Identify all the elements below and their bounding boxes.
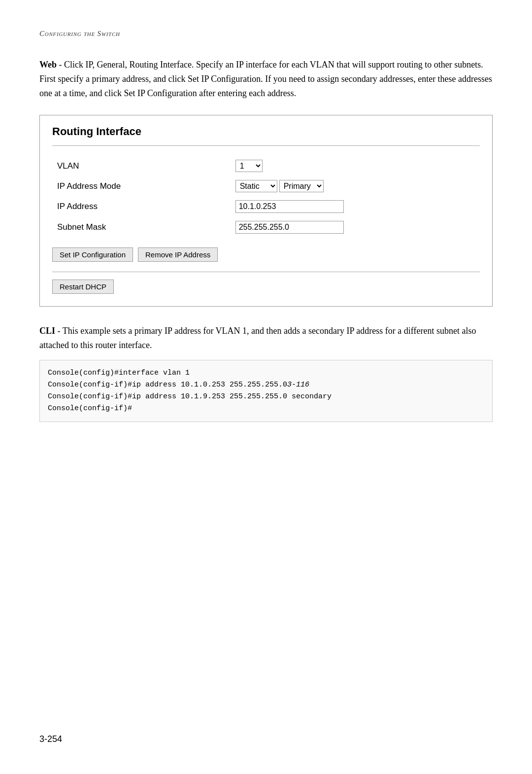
subnet-mask-cell [231,217,480,238]
routing-interface-box: Routing Interface VLAN 1 2 3 4 IP Addres… [39,115,493,307]
form-table: VLAN 1 2 3 4 IP Address Mode Static DHCP… [52,156,480,238]
code-block: Console(config)#interface vlan 1 Console… [39,360,493,422]
ip-address-mode-label: IP Address Mode [52,176,231,196]
subnet-mask-input[interactable] [235,221,344,234]
code-line-1: Console(config)#interface vlan 1 [48,367,484,379]
ip-address-mode-row: IP Address Mode Static DHCP Bootp Primar… [52,176,480,196]
page-number: 3-254 [39,734,62,744]
page-header: Configuring the Switch [39,30,493,38]
code-italic: 3-116 [287,381,309,389]
ip-address-mode-cell: Static DHCP Bootp Primary Secondary [231,176,480,196]
restart-row: Restart DHCP [52,280,480,294]
ip-address-input[interactable] [235,200,344,213]
routing-interface-title: Routing Interface [52,125,480,138]
vlan-cell: 1 2 3 4 [231,156,480,176]
mode-select-wrapper: Static DHCP Bootp Primary Secondary [235,180,324,192]
header-title: Configuring the Switch [39,30,120,37]
ip-address-cell [231,196,480,217]
divider-middle [52,272,480,272]
intro-label: Web [39,60,57,70]
cli-label: CLI [39,326,55,336]
cli-paragraph: CLI - This example sets a primary IP add… [39,324,493,352]
type-select[interactable]: Primary Secondary [279,180,324,192]
ip-address-label: IP Address [52,196,231,217]
vlan-label: VLAN [52,156,231,176]
vlan-select[interactable]: 1 2 3 4 [235,160,263,172]
vlan-row: VLAN 1 2 3 4 [52,156,480,176]
cli-text: - This example sets a primary IP address… [39,326,476,350]
restart-dhcp-button[interactable]: Restart DHCP [52,280,114,294]
intro-text: - Click IP, General, Routing Interface. … [39,60,492,98]
code-line-4: Console(config-if)# [48,403,484,415]
mode-select[interactable]: Static DHCP Bootp [235,180,277,192]
code-line-3: Console(config-if)#ip address 10.1.9.253… [48,391,484,403]
code-line-2: Console(config-if)#ip address 10.1.0.253… [48,379,484,391]
subnet-mask-label: Subnet Mask [52,217,231,238]
intro-paragraph: Web - Click IP, General, Routing Interfa… [39,58,493,100]
subnet-mask-row: Subnet Mask [52,217,480,238]
divider-top [52,145,480,146]
remove-ip-address-button[interactable]: Remove IP Address [138,247,218,262]
set-ip-configuration-button[interactable]: Set IP Configuration [52,247,133,262]
action-button-row: Set IP Configuration Remove IP Address [52,247,480,262]
ip-address-row: IP Address [52,196,480,217]
